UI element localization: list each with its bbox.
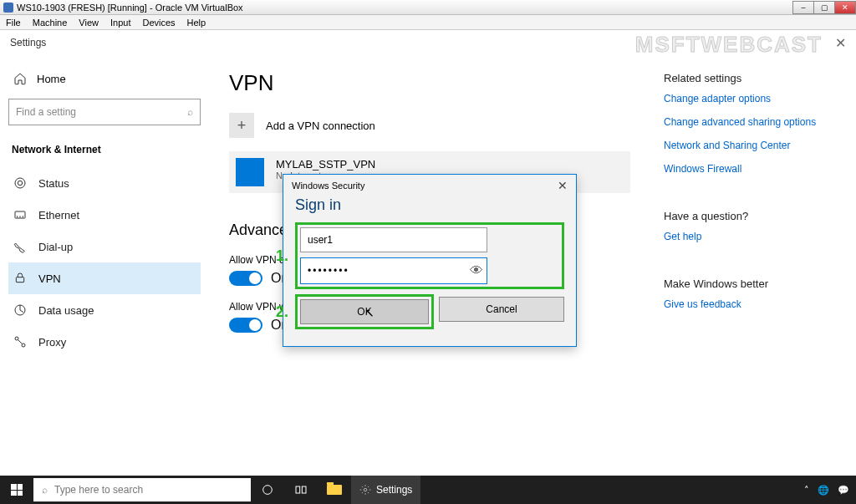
vb-minimize-button[interactable]: – bbox=[792, 1, 814, 14]
link-adapter-options[interactable]: Change adapter options bbox=[664, 93, 843, 104]
home-icon bbox=[13, 72, 27, 85]
toggle-roaming[interactable] bbox=[229, 318, 262, 333]
svg-point-1 bbox=[18, 181, 22, 185]
toggle-metered[interactable] bbox=[229, 271, 262, 286]
sidebar-home[interactable]: Home bbox=[8, 64, 201, 94]
dialog-title: Windows Security bbox=[292, 181, 364, 191]
svg-point-10 bbox=[364, 488, 367, 491]
virtualbox-icon bbox=[3, 3, 13, 13]
cancel-button-label: Cancel bbox=[486, 303, 517, 315]
folder-icon bbox=[327, 485, 342, 495]
password-input[interactable] bbox=[301, 258, 466, 283]
virtualbox-menubar: File Machine View Input Devices Help bbox=[0, 15, 856, 30]
dialup-icon bbox=[13, 240, 27, 253]
link-advanced-sharing[interactable]: Change advanced sharing options bbox=[664, 116, 843, 128]
sidebar-item-vpn[interactable]: VPN bbox=[8, 262, 201, 294]
vb-menu-view[interactable]: View bbox=[73, 18, 104, 28]
sidebar-category: Network & Internet bbox=[12, 144, 201, 155]
svg-rect-9 bbox=[302, 486, 306, 493]
vb-menu-input[interactable]: Input bbox=[104, 18, 136, 28]
svg-rect-8 bbox=[296, 486, 300, 493]
window-title: Settings bbox=[10, 37, 46, 48]
sidebar-item-label: Ethernet bbox=[38, 209, 79, 221]
taskbar-search-placeholder: Type here to search bbox=[54, 484, 143, 496]
vb-menu-help[interactable]: Help bbox=[181, 18, 212, 28]
annotation-badge-1: 1. bbox=[276, 247, 288, 265]
page-heading: VPN bbox=[229, 70, 644, 96]
taskbar: ⌕ Type here to search Settings ˄ 🌐 💬 bbox=[0, 476, 856, 504]
svg-point-0 bbox=[15, 178, 25, 188]
related-panel: Related settings Change adapter options … bbox=[664, 55, 856, 476]
vb-menu-file[interactable]: File bbox=[0, 18, 27, 28]
question-heading: Have a question? bbox=[664, 210, 843, 222]
taskbar-settings-label: Settings bbox=[376, 484, 412, 496]
vb-close-button[interactable]: ✕ bbox=[834, 1, 856, 14]
link-get-help[interactable]: Get help bbox=[664, 231, 843, 242]
data-usage-icon bbox=[13, 303, 27, 317]
annotation-badge-2: 2. bbox=[276, 303, 288, 321]
taskbar-settings-button[interactable]: Settings bbox=[351, 476, 420, 504]
sidebar-item-label: Data usage bbox=[38, 304, 94, 317]
svg-rect-3 bbox=[16, 277, 23, 283]
sidebar-item-label: VPN bbox=[38, 272, 61, 285]
sidebar-item-ethernet[interactable]: Ethernet bbox=[8, 199, 201, 231]
vpn-square-icon bbox=[236, 158, 264, 186]
vb-maximize-button[interactable]: ▢ bbox=[813, 1, 835, 14]
vb-menu-machine[interactable]: Machine bbox=[27, 18, 74, 28]
virtualbox-title-text: WS10-1903 (FRESH) [Running] - Oracle VM … bbox=[17, 3, 243, 13]
proxy-icon bbox=[13, 335, 27, 349]
file-explorer-button[interactable] bbox=[318, 476, 351, 504]
gear-icon bbox=[359, 484, 371, 496]
network-tray-icon[interactable]: 🌐 bbox=[818, 485, 829, 496]
sidebar-item-dialup[interactable]: Dial-up bbox=[8, 231, 201, 262]
start-button[interactable] bbox=[0, 476, 33, 504]
ethernet-icon bbox=[13, 208, 27, 221]
sidebar-item-status[interactable]: Status bbox=[8, 167, 201, 199]
status-icon bbox=[13, 176, 27, 190]
related-heading: Related settings bbox=[664, 72, 843, 84]
search-icon: ⌕ bbox=[187, 106, 193, 118]
search-icon: ⌕ bbox=[42, 484, 48, 496]
add-vpn-label: Add a VPN connection bbox=[266, 120, 375, 132]
virtualbox-titlebar: WS10-1903 (FRESH) [Running] - Oracle VM … bbox=[0, 0, 856, 15]
ok-button[interactable]: OK bbox=[300, 299, 429, 324]
link-feedback[interactable]: Give us feedback bbox=[664, 298, 843, 310]
sidebar-item-proxy[interactable]: Proxy bbox=[8, 326, 201, 358]
notifications-tray-icon[interactable]: 💬 bbox=[838, 485, 849, 496]
settings-close-button[interactable]: ✕ bbox=[835, 35, 846, 51]
svg-point-7 bbox=[263, 486, 273, 495]
add-vpn-button[interactable]: + Add a VPN connection bbox=[229, 113, 644, 138]
link-network-sharing-center[interactable]: Network and Sharing Center bbox=[664, 140, 843, 151]
dialog-close-button[interactable]: ✕ bbox=[558, 179, 568, 192]
task-view-button[interactable] bbox=[284, 476, 318, 504]
username-input[interactable] bbox=[300, 227, 487, 252]
cancel-button[interactable]: Cancel bbox=[439, 297, 564, 322]
watermark-text: MSFTWEBCAST bbox=[635, 32, 823, 58]
taskbar-search-input[interactable]: ⌕ Type here to search bbox=[33, 478, 251, 501]
sidebar-home-label: Home bbox=[37, 73, 66, 85]
sidebar-item-data-usage[interactable]: Data usage bbox=[8, 294, 201, 326]
feedback-heading: Make Windows better bbox=[664, 277, 843, 290]
find-setting-input[interactable]: Find a setting ⌕ bbox=[8, 99, 201, 125]
dialog-heading: Sign in bbox=[295, 196, 564, 214]
vpn-icon bbox=[13, 272, 27, 285]
windows-icon bbox=[11, 484, 23, 496]
sidebar-item-label: Status bbox=[38, 177, 69, 190]
find-setting-placeholder: Find a setting bbox=[16, 106, 76, 118]
tray-overflow-button[interactable]: ˄ bbox=[804, 485, 809, 496]
sidebar-item-label: Dial-up bbox=[38, 241, 73, 253]
ok-button-label: OK bbox=[357, 306, 371, 318]
sidebar: Home Find a setting ⌕ Network & Internet… bbox=[0, 55, 209, 476]
plus-icon: + bbox=[229, 113, 254, 138]
windows-security-dialog: Windows Security ✕ Sign in 1. 👁 2. OK Ca… bbox=[283, 174, 577, 347]
cortana-button[interactable] bbox=[251, 476, 284, 504]
vpn-connection-name: MYLAB_SSTP_VPN bbox=[276, 158, 375, 171]
vb-menu-devices[interactable]: Devices bbox=[136, 18, 181, 28]
reveal-password-icon[interactable]: 👁 bbox=[466, 263, 487, 278]
link-windows-firewall[interactable]: Windows Firewall bbox=[664, 163, 843, 175]
sidebar-item-label: Proxy bbox=[38, 336, 66, 349]
